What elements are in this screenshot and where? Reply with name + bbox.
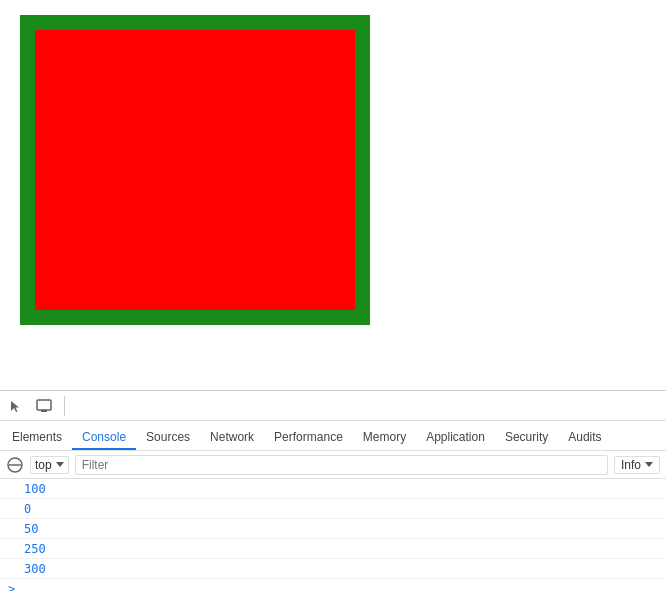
browser-viewport <box>0 0 666 390</box>
no-entry-icon[interactable] <box>6 456 24 474</box>
tab-performance[interactable]: Performance <box>264 426 353 450</box>
tab-console[interactable]: Console <box>72 426 136 450</box>
tab-memory[interactable]: Memory <box>353 426 416 450</box>
devtools-tabs-bar: Elements Console Sources Network Perform… <box>0 421 666 451</box>
console-line-2: 0 <box>0 499 666 519</box>
tab-network[interactable]: Network <box>200 426 264 450</box>
console-line-1: 100 <box>0 479 666 499</box>
top-label: top <box>35 458 52 472</box>
cursor-icon[interactable] <box>4 394 28 418</box>
tab-security[interactable]: Security <box>495 426 558 450</box>
toolbar-divider <box>64 396 65 416</box>
devtools-toolbar <box>0 391 666 421</box>
canvas-outer <box>20 15 370 325</box>
tab-application[interactable]: Application <box>416 426 495 450</box>
top-dropdown-arrow <box>56 462 64 467</box>
console-prompt[interactable]: > <box>0 579 666 591</box>
top-context-selector[interactable]: top <box>30 456 69 474</box>
console-output: 100 0 50 250 300 > <box>0 479 666 591</box>
tab-sources[interactable]: Sources <box>136 426 200 450</box>
console-line-4: 250 <box>0 539 666 559</box>
tab-elements[interactable]: Elements <box>2 426 72 450</box>
devtools-panel: Elements Console Sources Network Perform… <box>0 390 666 591</box>
log-level-selector[interactable]: Info <box>614 456 660 474</box>
svg-rect-1 <box>41 410 47 412</box>
tab-audits[interactable]: Audits <box>558 426 611 450</box>
info-dropdown-arrow <box>645 462 653 467</box>
info-label: Info <box>621 458 641 472</box>
svg-rect-0 <box>37 400 51 410</box>
device-icon[interactable] <box>32 394 56 418</box>
filter-input[interactable] <box>75 455 608 475</box>
console-filter-row: top Info <box>0 451 666 479</box>
canvas-inner <box>35 30 355 310</box>
console-line-3: 50 <box>0 519 666 539</box>
console-line-5: 300 <box>0 559 666 579</box>
